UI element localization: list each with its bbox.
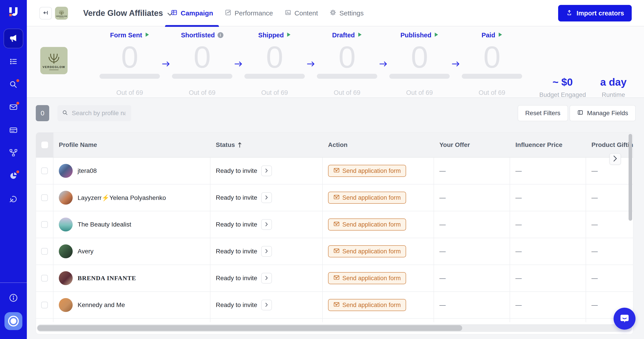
stage-arrow-icon xyxy=(306,26,316,98)
info-icon xyxy=(8,293,18,304)
send-application-form-button[interactable]: Send application form xyxy=(328,218,406,230)
row-checkbox[interactable] xyxy=(41,221,48,228)
table-row: Kennedy and Me Ready to invite Send appl… xyxy=(36,292,633,319)
avatar[interactable] xyxy=(59,298,73,312)
collapse-left-icon xyxy=(43,10,48,16)
sidebar-item-targeting[interactable] xyxy=(7,193,20,206)
sidebar-item-automations[interactable] xyxy=(7,147,20,160)
scroll-columns-right-button[interactable] xyxy=(609,153,621,165)
sidebar-item-help[interactable] xyxy=(7,292,20,304)
sidebar-item-payments[interactable] xyxy=(7,124,20,137)
column-header-action[interactable]: Action xyxy=(323,132,434,157)
pipeline-stages: Form Sent 0 Out of 69 Shortlisted i 0 Ou… xyxy=(98,26,523,98)
tab-content[interactable]: Content xyxy=(279,0,324,26)
status-expand-button[interactable] xyxy=(261,273,272,284)
sidebar-item-campaigns[interactable] xyxy=(4,28,23,48)
empty-value: — xyxy=(592,194,598,201)
column-header-status[interactable]: Status xyxy=(210,132,323,157)
megaphone-icon xyxy=(8,33,18,44)
play-icon xyxy=(358,32,362,38)
avatar[interactable] xyxy=(59,191,73,204)
send-application-form-button[interactable]: Send application form xyxy=(328,272,406,284)
screen-record-button[interactable] xyxy=(4,312,22,330)
send-application-form-button[interactable]: Send application form xyxy=(328,245,406,258)
send-application-form-button[interactable]: Send application form xyxy=(328,192,406,204)
chat-widget-button[interactable] xyxy=(614,308,636,330)
profile-name[interactable]: Kennedy and Me xyxy=(78,302,125,308)
status-text: Ready to invite xyxy=(216,248,257,255)
profile-name[interactable]: Layyzerr⚡Yelena Polyashenko xyxy=(78,194,166,202)
row-checkbox[interactable] xyxy=(41,275,48,282)
empty-value: — xyxy=(592,221,598,228)
row-checkbox[interactable] xyxy=(41,248,48,255)
status-text: Ready to invite xyxy=(216,167,257,174)
horizontal-scrollbar-track[interactable] xyxy=(37,324,632,332)
column-header-profile-name[interactable]: Profile Name xyxy=(54,132,210,157)
stage-header[interactable]: Shortlisted i xyxy=(181,31,223,39)
row-checkbox[interactable] xyxy=(41,194,48,201)
tab-performance[interactable]: Performance xyxy=(219,0,279,26)
play-icon xyxy=(286,32,291,38)
row-checkbox[interactable] xyxy=(41,168,48,174)
stage-header[interactable]: Shipped xyxy=(258,31,291,39)
send-application-form-button[interactable]: Send application form xyxy=(328,165,406,177)
app-logo-icon[interactable] xyxy=(8,6,19,18)
sidebar-item-reports[interactable] xyxy=(7,170,20,182)
profile-name[interactable]: BRENDA INFANTE xyxy=(78,274,136,282)
manage-fields-button[interactable]: Manage Fields xyxy=(570,105,636,121)
runtime-label: Runtime xyxy=(602,91,625,98)
profile-name[interactable]: Avery xyxy=(78,248,94,255)
status-expand-button[interactable] xyxy=(261,246,272,257)
vertical-scrollbar-thumb[interactable] xyxy=(628,134,632,221)
status-expand-button[interactable] xyxy=(261,166,272,176)
status-expand-button[interactable] xyxy=(261,192,272,203)
stage-header[interactable]: Drafted xyxy=(332,31,362,39)
row-checkbox[interactable] xyxy=(41,302,48,308)
stage-label: Published xyxy=(400,32,432,39)
send-application-form-button[interactable]: Send application form xyxy=(328,299,406,311)
sidebar-item-lists[interactable] xyxy=(7,56,20,68)
stage-header[interactable]: Form Sent xyxy=(110,31,149,39)
select-all-checkbox[interactable] xyxy=(41,142,48,148)
reset-filters-button[interactable]: Reset Filters xyxy=(518,105,568,121)
avatar[interactable] xyxy=(59,164,73,178)
status-expand-button[interactable] xyxy=(261,300,272,310)
avatar[interactable] xyxy=(59,244,73,258)
profile-name[interactable]: The Beauty Idealist xyxy=(78,221,131,228)
column-header-product-gifting[interactable]: Product Gifting xyxy=(586,132,633,157)
status-text: Ready to invite xyxy=(216,302,257,308)
horizontal-scrollbar-thumb[interactable] xyxy=(37,325,462,331)
workspace-switcher[interactable]: Verde Glow Affiliates xyxy=(83,0,172,26)
sidebar-item-inbox[interactable] xyxy=(7,101,20,114)
search-input[interactable] xyxy=(72,110,126,117)
sidebar-item-search[interactable] xyxy=(7,79,20,91)
status-cell: Ready to invite xyxy=(210,158,323,184)
send-button-label: Send application form xyxy=(342,221,401,228)
search-box xyxy=(58,105,131,121)
tab-settings[interactable]: Settings xyxy=(324,0,370,26)
envelope-check-icon xyxy=(334,302,340,309)
table-row: Layyzerr⚡Yelena Polyashenko Ready to inv… xyxy=(36,184,633,211)
empty-value: — xyxy=(592,302,598,308)
stage-out-of: Out of 69 xyxy=(334,89,360,96)
avatar[interactable] xyxy=(59,218,73,232)
your-offer-cell: — xyxy=(434,265,510,291)
product-gifting-cell: — xyxy=(586,265,633,291)
stage-header[interactable]: Paid xyxy=(482,31,502,39)
collapse-sidebar-button[interactable] xyxy=(39,7,52,20)
table-row: BRENDA INFANTE Ready to invite Send appl… xyxy=(36,265,633,292)
import-creators-button[interactable]: Import creators xyxy=(558,5,632,22)
column-header-your-offer[interactable]: Your Offer xyxy=(434,132,510,157)
svg-text:VERDEGLOW: VERDEGLOW xyxy=(56,16,67,17)
campaign-pipeline: VERDEGLOW Form Sent 0 Out of 69 Shortlis… xyxy=(27,26,644,98)
stage-arrow-icon xyxy=(451,26,461,98)
column-header-influencer-price[interactable]: Influencer Price xyxy=(510,132,586,157)
profile-name[interactable]: jtera08 xyxy=(78,167,97,174)
tab-campaign[interactable]: Campaign xyxy=(165,0,219,26)
status-expand-button[interactable] xyxy=(261,219,272,230)
avatar[interactable] xyxy=(59,271,73,285)
play-icon xyxy=(434,32,438,38)
action-cell: Send application form xyxy=(323,265,434,291)
stage-header[interactable]: Published xyxy=(400,31,439,39)
workspace-avatar[interactable]: VERDEGLOW xyxy=(55,7,68,20)
